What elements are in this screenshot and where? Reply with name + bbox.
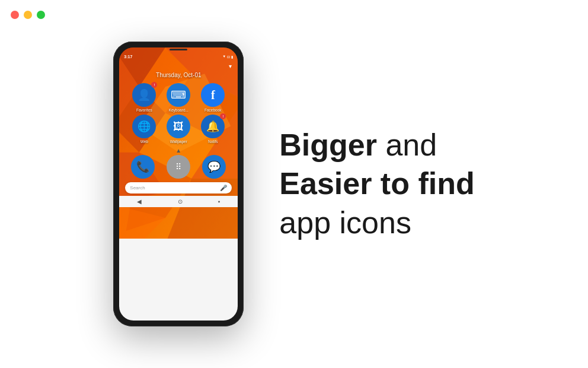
nav-bar: ◀ ⊙ ▪ (119, 196, 238, 207)
keyboard-label: Keyboard... (169, 108, 188, 112)
phone-speaker (170, 49, 187, 50)
app-icon-keyboard[interactable]: ⌨ Keyboard... (163, 83, 194, 112)
status-bar: 3:17 ▼ ⊟ ▮ (119, 51, 238, 62)
facebook-label: Facebook (204, 108, 222, 112)
app-icon-wallpaper[interactable]: 🖼 Wallpaper (163, 115, 194, 144)
app-icon-facebook[interactable]: f Facebook (197, 83, 228, 112)
traffic-light-green[interactable] (37, 11, 45, 19)
dock-phone[interactable]: 📞 (127, 155, 158, 179)
app-row-1: 👤 ! Favorites ⌨ Keyboard... (119, 83, 238, 112)
dock-row: 📞 ⠿ 💬 (119, 154, 238, 180)
wallpaper-icon-circle: 🖼 (167, 115, 190, 138)
nav-back-icon[interactable]: ◀ (137, 198, 142, 205)
headline-line2: Easier to find (279, 167, 474, 201)
status-icons: ▼ ⊟ ▮ (222, 55, 233, 59)
traffic-light-red[interactable] (11, 11, 19, 19)
headline-bold-2: Easier to find (279, 166, 474, 201)
traffic-lights (11, 11, 45, 19)
bottom-area (119, 239, 238, 321)
status-time: 3:17 (124, 55, 132, 59)
phone-wrapper: 3:17 ▼ ⊟ ▮ ▾ Thursday, Oct-01 (113, 42, 244, 326)
headline-line1: Bigger and (279, 128, 474, 162)
favorites-label: Favorites (136, 108, 152, 112)
notifs-icon-circle: 🔔 ! (201, 115, 225, 138)
favorites-icon-circle: 👤 ! (132, 83, 156, 107)
app-icon-favorites[interactable]: 👤 ! Favorites (129, 83, 159, 112)
app-row-2: 🌐 Web 🖼 Wallpaper (119, 115, 238, 144)
battery-icon: ▮ (231, 55, 233, 59)
app-icon-notifs[interactable]: 🔔 ! Notifs (197, 115, 228, 144)
text-content: Bigger and Easier to find app icons (279, 128, 474, 240)
screen-datetime: Thursday, Oct-01 (119, 69, 238, 83)
facebook-icon-circle: f (201, 83, 225, 107)
dock-messages-icon: 💬 (202, 155, 226, 179)
web-icon-circle: 🌐 (132, 115, 156, 138)
dock-launcher-icon: ⠿ (167, 155, 190, 179)
wifi-icon: ⊟ (227, 55, 230, 59)
notifs-badge: ! (220, 113, 226, 119)
up-arrow-row[interactable]: ▲ (119, 147, 238, 154)
web-label: Web (140, 139, 148, 144)
favorites-badge: ! (151, 82, 157, 88)
nav-recents-icon[interactable]: ▪ (218, 198, 220, 205)
notifs-label: Notifs (208, 139, 218, 144)
search-bar[interactable]: Search 🎤 (125, 182, 232, 193)
traffic-light-yellow[interactable] (24, 11, 32, 19)
headline-bold-1: Bigger (279, 128, 377, 162)
signal-icon: ▼ (222, 55, 226, 58)
search-placeholder: Search (130, 185, 220, 191)
search-mic-icon[interactable]: 🎤 (220, 185, 227, 191)
phone-screen: 3:17 ▼ ⊟ ▮ ▾ Thursday, Oct-01 (119, 47, 238, 321)
dock-messages[interactable]: 💬 (199, 155, 229, 179)
up-arrow-icon: ▲ (175, 147, 181, 154)
dropdown-arrow[interactable]: ▾ (119, 63, 238, 69)
phone-screen-container: 3:17 ▼ ⊟ ▮ ▾ Thursday, Oct-01 (119, 47, 238, 321)
subheadline: app icons (279, 206, 474, 240)
phone-device: 3:17 ▼ ⊟ ▮ ▾ Thursday, Oct-01 (113, 42, 244, 326)
nav-home-icon[interactable]: ⊙ (178, 198, 183, 205)
screen-date: Thursday, Oct-01 (119, 72, 238, 78)
headline-normal-1: and (377, 128, 437, 162)
dock-launcher[interactable]: ⠿ (163, 155, 194, 179)
subheadline-text: app icons (279, 205, 411, 240)
main-content: 3:17 ▼ ⊟ ▮ ▾ Thursday, Oct-01 (0, 0, 588, 368)
keyboard-icon-circle: ⌨ (167, 83, 190, 107)
dock-phone-icon: 📞 (131, 155, 155, 179)
wallpaper-label: Wallpaper (170, 139, 187, 144)
app-icon-web[interactable]: 🌐 Web (129, 115, 159, 144)
